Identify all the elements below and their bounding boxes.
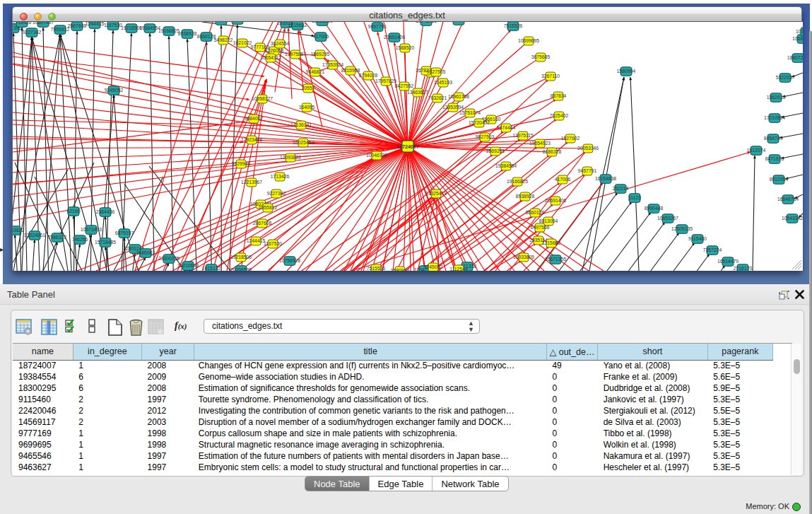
- svg-text:62160: 62160: [67, 209, 81, 214]
- svg-text:20206536: 20206536: [230, 267, 252, 271]
- svg-text:8912954: 8912954: [770, 177, 789, 182]
- svg-text:5498222: 5498222: [214, 37, 233, 42]
- svg-text:1145193: 1145193: [434, 80, 452, 85]
- svg-text:2364436: 2364436: [96, 209, 115, 214]
- svg-text:8660128: 8660128: [197, 34, 216, 39]
- svg-text:1215682: 1215682: [288, 23, 307, 28]
- svg-text:2867608: 2867608: [68, 23, 87, 28]
- svg-text:8454749: 8454749: [764, 136, 783, 141]
- svg-text:13353594: 13353594: [442, 105, 464, 110]
- svg-text:18807249: 18807249: [787, 55, 803, 60]
- svg-text:10025453: 10025453: [293, 140, 314, 145]
- svg-text:8427552: 8427552: [395, 83, 414, 88]
- svg-text:3624554: 3624554: [271, 41, 290, 46]
- svg-text:10046738: 10046738: [416, 22, 437, 23]
- svg-text:7955812: 7955812: [259, 205, 278, 210]
- svg-text:10653267: 10653267: [657, 216, 678, 221]
- svg-text:8186328: 8186328: [543, 149, 562, 154]
- svg-text:23300235: 23300235: [158, 256, 180, 261]
- svg-text:9474444: 9474444: [497, 125, 516, 130]
- svg-text:10543342: 10543342: [782, 216, 803, 221]
- svg-text:746266: 746266: [72, 237, 88, 242]
- svg-text:2718170: 2718170: [734, 266, 753, 271]
- svg-text:8938928: 8938928: [178, 31, 197, 36]
- svg-text:7663822: 7663822: [13, 228, 24, 233]
- svg-text:10958127: 10958127: [252, 96, 273, 101]
- svg-text:12213967: 12213967: [241, 180, 262, 185]
- svg-text:9227342: 9227342: [267, 191, 286, 196]
- svg-text:1569291: 1569291: [486, 148, 505, 153]
- svg-text:15718485: 15718485: [95, 240, 116, 245]
- svg-text:8471676: 8471676: [765, 156, 784, 161]
- svg-text:1588520: 1588520: [396, 45, 415, 50]
- svg-text:8226058: 8226058: [265, 48, 284, 53]
- svg-text:20691406: 20691406: [545, 198, 566, 203]
- svg-text:1167530: 1167530: [104, 23, 122, 28]
- svg-text:9327505: 9327505: [427, 69, 446, 74]
- svg-text:18724007: 18724007: [396, 144, 419, 150]
- svg-text:9457791: 9457791: [578, 168, 597, 173]
- svg-text:1112544: 1112544: [449, 267, 468, 271]
- svg-text:9146821: 9146821: [306, 69, 325, 74]
- svg-text:1612074: 1612074: [747, 148, 766, 153]
- svg-text:7986322: 7986322: [48, 235, 67, 240]
- svg-text:11123: 11123: [628, 195, 641, 200]
- svg-text:1615132: 1615132: [202, 266, 221, 271]
- svg-text:8660128: 8660128: [526, 210, 545, 215]
- svg-text:19654923: 19654923: [529, 141, 551, 146]
- svg-text:10688609: 10688609: [792, 36, 803, 41]
- svg-text:19384554: 19384554: [139, 25, 160, 30]
- svg-text:1580994: 1580994: [391, 268, 410, 271]
- svg-text:3267110: 3267110: [541, 74, 560, 78]
- svg-text:9084067: 9084067: [245, 116, 264, 121]
- svg-text:1244415: 1244415: [247, 238, 266, 243]
- svg-text:10719155: 10719155: [796, 29, 803, 34]
- svg-text:20053346: 20053346: [577, 146, 599, 151]
- svg-text:17353924: 17353924: [322, 62, 343, 67]
- svg-text:20557: 20557: [302, 86, 315, 90]
- svg-text:10756928: 10756928: [279, 258, 300, 263]
- svg-text:16961758: 16961758: [448, 94, 469, 99]
- svg-text:16648784: 16648784: [777, 197, 799, 201]
- svg-text:887834: 887834: [551, 93, 567, 98]
- svg-text:417006: 417006: [313, 34, 329, 39]
- svg-text:9245052: 9245052: [105, 88, 124, 93]
- svg-text:7955812: 7955812: [51, 27, 70, 32]
- svg-text:2867608: 2867608: [253, 221, 272, 226]
- svg-text:5322037: 5322037: [776, 75, 795, 80]
- svg-text:10046738: 10046738: [366, 153, 387, 158]
- svg-text:12923468: 12923468: [241, 137, 262, 142]
- svg-text:7625402: 7625402: [550, 113, 569, 118]
- svg-text:19166825: 19166825: [507, 179, 528, 184]
- svg-text:12093822: 12093822: [280, 155, 301, 160]
- svg-text:13325419: 13325419: [425, 191, 447, 196]
- svg-text:6497568: 6497568: [531, 225, 550, 230]
- svg-text:1167530: 1167530: [264, 241, 282, 246]
- svg-text:8990448: 8990448: [645, 206, 664, 211]
- svg-text:16033809: 16033809: [513, 255, 534, 259]
- svg-text:7515526: 7515526: [367, 266, 386, 271]
- svg-text:19166825: 19166825: [158, 28, 180, 33]
- svg-text:13463627: 13463627: [407, 90, 428, 95]
- svg-text:7632621: 7632621: [428, 95, 447, 100]
- svg-text:20691406: 20691406: [384, 35, 405, 40]
- svg-text:9227342: 9227342: [23, 30, 42, 35]
- svg-text:19218506: 19218506: [230, 255, 252, 259]
- svg-text:15751074: 15751074: [459, 110, 481, 115]
- svg-text:1713426: 1713426: [13, 22, 31, 25]
- svg-text:12505135: 12505135: [671, 226, 693, 231]
- svg-text:3675685: 3675685: [531, 54, 551, 59]
- svg-text:252214: 252214: [613, 186, 629, 191]
- svg-text:10699695: 10699695: [518, 38, 539, 43]
- svg-text:16033809: 16033809: [312, 22, 333, 23]
- svg-text:6794028: 6794028: [359, 73, 378, 78]
- svg-text:1569295: 1569295: [311, 52, 330, 57]
- svg-text:9329946: 9329946: [232, 161, 251, 166]
- svg-text:10973493: 10973493: [81, 227, 102, 232]
- svg-text:19384554: 19384554: [495, 163, 517, 168]
- svg-text:1621022: 1621022: [233, 40, 252, 45]
- svg-text:16914479: 16914479: [717, 259, 739, 264]
- svg-text:1580994: 1580994: [617, 69, 636, 74]
- svg-text:15720407: 15720407: [469, 120, 490, 125]
- svg-text:1362615: 1362615: [767, 95, 786, 100]
